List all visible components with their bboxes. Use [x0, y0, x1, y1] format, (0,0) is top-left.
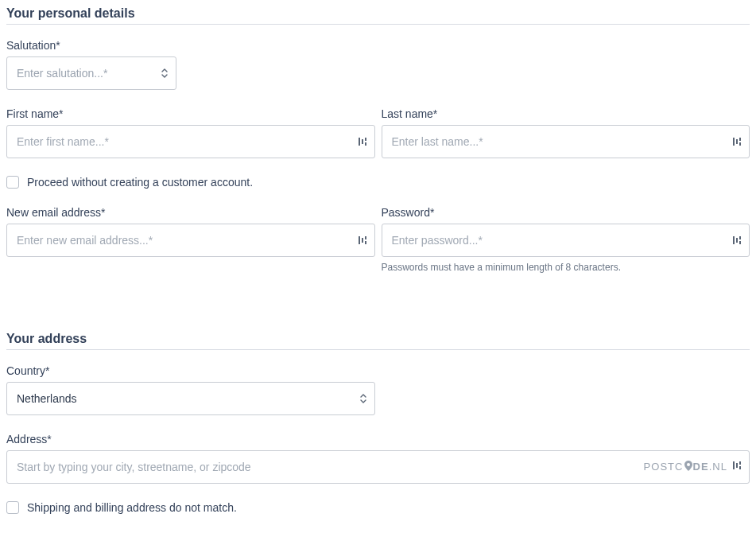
country-select-wrapper: Netherlands [6, 382, 375, 415]
address-heading: Your address [6, 332, 750, 346]
password-hint: Passwords must have a minimum length of … [382, 262, 750, 273]
spacer [6, 290, 750, 332]
country-col: Netherlands [6, 382, 375, 415]
divider [6, 349, 750, 350]
password-input-wrapper [382, 224, 750, 257]
guest-checkbox-label: Proceed without creating a customer acco… [27, 176, 253, 189]
address-field-group: Address* POSTCDE.NL [6, 433, 750, 484]
country-group: Country* Netherlands [6, 364, 750, 415]
last-name-label: Last name* [382, 107, 750, 120]
email-group: New email address* [6, 206, 375, 273]
name-row: First name* Last name* [6, 107, 750, 158]
first-name-label: First name* [6, 107, 375, 120]
email-label: New email address* [6, 206, 375, 219]
last-name-input-wrapper [382, 125, 750, 158]
salutation-select[interactable]: Enter salutation...* [6, 56, 176, 90]
different-billing-checkbox-row: Shipping and billing address do not matc… [6, 501, 750, 514]
first-name-input-wrapper [6, 125, 375, 158]
credentials-row: New email address* Password* Passwords m… [6, 206, 750, 273]
last-name-input[interactable] [382, 125, 750, 158]
address-input-wrapper: POSTCDE.NL [6, 450, 750, 484]
address-input[interactable] [6, 450, 750, 484]
password-group: Password* Passwords must have a minimum … [382, 206, 750, 273]
salutation-group: Salutation* Enter salutation...* [6, 39, 750, 90]
email-input-wrapper [6, 224, 375, 257]
divider [6, 24, 750, 25]
password-input[interactable] [382, 224, 750, 257]
first-name-input[interactable] [6, 125, 375, 158]
guest-checkbox[interactable] [6, 176, 19, 189]
different-billing-checkbox-label: Shipping and billing address do not matc… [27, 501, 237, 514]
country-row: Netherlands [6, 382, 750, 415]
personal-details-heading: Your personal details [6, 6, 750, 21]
guest-checkbox-row: Proceed without creating a customer acco… [6, 176, 750, 189]
country-label: Country* [6, 364, 750, 377]
salutation-label: Salutation* [6, 39, 750, 52]
email-input[interactable] [6, 224, 375, 257]
first-name-group: First name* [6, 107, 375, 158]
country-empty-col [382, 382, 750, 415]
password-label: Password* [382, 206, 750, 219]
country-select[interactable]: Netherlands [6, 382, 375, 415]
salutation-select-wrapper: Enter salutation...* [6, 56, 176, 90]
address-field-label: Address* [6, 433, 750, 446]
different-billing-checkbox[interactable] [6, 501, 19, 514]
last-name-group: Last name* [382, 107, 750, 158]
